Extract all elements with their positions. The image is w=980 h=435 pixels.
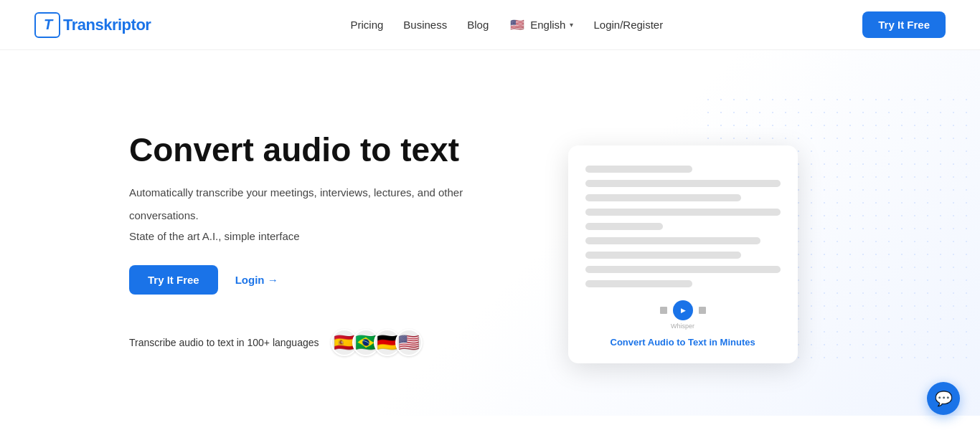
hero-buttons: Try It Free Login →: [129, 265, 463, 295]
transcript-line-4: [585, 209, 781, 216]
chevron-down-icon: ▾: [570, 21, 573, 29]
hero-subtitle-3: State of the art A.I., simple interface: [129, 230, 463, 242]
transcript-line-7: [585, 252, 742, 259]
languages-label: Transcribe audio to text in 100+ languag…: [129, 337, 319, 348]
hero-left: Convert audio to text Automatically tran…: [129, 131, 463, 357]
hero-title: Convert audio to text: [129, 131, 463, 169]
transcript-card: Whisper Convert Audio to Text in Minutes: [568, 145, 798, 363]
hero-subtitle-1: Automatically transcribe your meetings, …: [129, 184, 463, 201]
transcript-line-6: [585, 237, 761, 244]
nav-business[interactable]: Business: [403, 19, 447, 31]
navbar: T Transkriptor Pricing Business Blog 🇺🇸 …: [0, 0, 980, 50]
player-back-icon: [660, 307, 667, 314]
nav-login-register[interactable]: Login/Register: [593, 19, 663, 31]
hero-section: Convert audio to text Automatically tran…: [0, 50, 980, 416]
transcript-line-8: [585, 266, 781, 273]
flag-american: 🇺🇸: [395, 329, 423, 356]
lang-label: English: [530, 19, 565, 31]
transcript-line-2: [585, 180, 781, 187]
hero-login-button[interactable]: Login →: [235, 274, 278, 286]
transcript-line-9: [585, 280, 693, 287]
nav-blog[interactable]: Blog: [467, 19, 489, 31]
languages-row: Transcribe audio to text in 100+ languag…: [129, 329, 463, 356]
nav-pricing[interactable]: Pricing: [350, 19, 383, 31]
transcript-line-5: [585, 223, 664, 230]
language-selector[interactable]: 🇺🇸 English ▾: [509, 16, 573, 34]
convert-label: Convert Audio to Text in Minutes: [585, 337, 781, 348]
player-label: Whisper: [585, 322, 781, 330]
lang-flag: 🇺🇸: [509, 16, 526, 34]
chat-bubble-button[interactable]: 💬: [927, 382, 960, 415]
trusted-section: Trusted by 100.000+ customers from all a…: [0, 416, 980, 435]
player-play-button[interactable]: [673, 300, 693, 320]
player-forward-icon: [699, 307, 706, 314]
hero-try-free-button[interactable]: Try It Free: [129, 265, 218, 295]
logo-text: Transkriptor: [63, 16, 151, 34]
hero-subtitle-2: conversations.: [129, 207, 463, 224]
transcript-line-1: [585, 166, 693, 173]
flags-stack: 🇪🇸 🇧🇷 🇩🇪 🇺🇸: [331, 329, 423, 356]
nav-try-free-button[interactable]: Try It Free: [862, 11, 946, 38]
player-bar: [585, 300, 781, 320]
transcript-lines: [585, 166, 781, 287]
logo-icon: T: [34, 12, 60, 38]
transcript-line-3: [585, 194, 742, 201]
hero-right: Whisper Convert Audio to Text in Minutes: [463, 93, 946, 394]
logo-link[interactable]: T Transkriptor: [34, 12, 151, 38]
nav-links: Pricing Business Blog 🇺🇸 English ▾ Login…: [350, 16, 663, 34]
